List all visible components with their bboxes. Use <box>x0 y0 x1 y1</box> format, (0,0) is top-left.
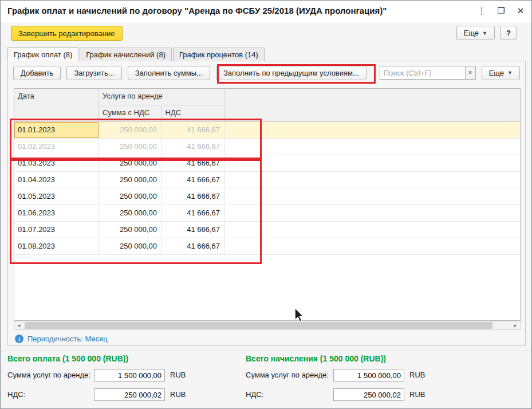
info-icon: i <box>15 335 23 343</box>
table-row[interactable]: 01.08.2023 250 000,00 41 666,67 <box>14 238 520 255</box>
header-date[interactable]: Дата <box>14 89 99 121</box>
app-window: График оплат и начислений по договору "А… <box>0 0 532 409</box>
cell-date[interactable]: 01.04.2023 <box>14 172 99 188</box>
table-row[interactable]: 01.05.2023 250 000,00 41 666,67 <box>14 188 520 205</box>
add-button[interactable]: Добавить <box>13 66 61 80</box>
more-button-top[interactable]: Еще ▼ <box>456 26 495 40</box>
header-filler <box>225 89 520 121</box>
payment-vat-input[interactable] <box>94 388 165 401</box>
periodicity-label: Периодичность: Месяц <box>27 335 108 343</box>
payment-sum-input[interactable] <box>94 369 165 382</box>
title-bar: График оплат и начислений по договору "А… <box>1 1 531 22</box>
search-input[interactable] <box>380 66 466 80</box>
cell-sum[interactable]: 250 000,00 <box>99 222 162 238</box>
table-row[interactable]: 01.07.2023 250 000,00 41 666,67 <box>14 222 520 238</box>
accrual-total-title: Всего начисления (1 500 000 (RUB)) <box>246 354 386 363</box>
horizontal-scrollbar[interactable]: ◄ ► <box>14 321 521 330</box>
cell-filler <box>225 172 520 188</box>
chevron-down-icon: ▼ <box>482 30 487 36</box>
command-bar: Завершить редактирование Еще ▼ ? <box>1 23 531 44</box>
cell-filler <box>225 155 520 172</box>
table-row[interactable]: 01.01.2023 250 000,00 41 666,67 <box>14 122 520 139</box>
more-button-toolbar[interactable]: Еще ▼ <box>482 66 520 80</box>
header-rent-service[interactable]: Услуга по аренде <box>99 89 224 105</box>
table-row[interactable]: 01.03.2023 250 000,00 41 666,67 <box>14 155 520 172</box>
cell-date[interactable]: 01.06.2023 <box>14 205 99 222</box>
finish-editing-button[interactable]: Завершить редактирование <box>11 26 123 41</box>
maximize-icon[interactable]: ❐ <box>494 3 509 18</box>
table-row[interactable]: 01.02.2023 250 000,00 41 666,67 <box>14 139 520 155</box>
table-toolbar: Добавить Загрузить... Заполнить суммы...… <box>13 65 520 80</box>
window-title: График оплат и начислений по договору "А… <box>7 6 387 15</box>
header-vat[interactable]: НДС <box>162 105 225 121</box>
cell-vat[interactable]: 41 666,67 <box>162 155 225 172</box>
cell-filler <box>225 122 520 139</box>
cell-vat[interactable]: 41 666,67 <box>162 172 225 188</box>
table-row[interactable]: 01.04.2023 250 000,00 41 666,67 <box>14 172 520 188</box>
cell-filler <box>225 238 520 255</box>
fill-sums-button[interactable]: Заполнить суммы... <box>128 66 210 80</box>
accrual-sum-currency: RUB <box>409 369 425 382</box>
table-header: Дата Услуга по аренде Сумма с НДС НДС <box>14 89 520 122</box>
cell-vat[interactable]: 41 666,67 <box>162 222 225 238</box>
info-line: i Периодичность: Месяц <box>15 335 108 343</box>
tab-bar: График оплат (8) График начислений (8) Г… <box>7 48 266 61</box>
accrual-vat-input[interactable] <box>333 388 404 401</box>
cell-date[interactable]: 01.05.2023 <box>14 188 99 205</box>
scrollbar-track[interactable] <box>23 321 511 329</box>
accrual-sum-input[interactable] <box>333 369 404 382</box>
cell-filler <box>225 139 520 155</box>
cell-filler <box>225 222 520 238</box>
cell-date[interactable]: 01.02.2023 <box>14 139 99 155</box>
cell-vat[interactable]: 41 666,67 <box>162 205 225 222</box>
cell-sum[interactable]: 250 000,00 <box>99 238 162 255</box>
accrual-vat-currency: RUB <box>409 388 425 401</box>
fill-previous-conditions-button[interactable]: Заполнить по предыдущим условиям... <box>216 66 367 80</box>
cell-vat[interactable]: 41 666,67 <box>162 238 225 255</box>
more-button-label: Еще <box>489 69 504 77</box>
cell-sum[interactable]: 250 000,00 <box>99 188 162 205</box>
payment-vat-label: НДС: <box>7 388 25 401</box>
cell-sum[interactable]: 250 000,00 <box>99 139 162 155</box>
cell-vat[interactable]: 41 666,67 <box>162 122 225 139</box>
tab-payment-schedule[interactable]: График оплат (8) <box>7 47 78 61</box>
cell-sum[interactable]: 250 000,00 <box>99 155 162 172</box>
tab-interest-schedule[interactable]: График процентов (14) <box>173 48 265 61</box>
header-sum-with-vat[interactable]: Сумма с НДС <box>99 105 162 121</box>
search-clear-icon[interactable]: × <box>466 66 476 80</box>
window-controls: ⋮ ❐ ✕ <box>474 3 528 18</box>
window-menu-icon[interactable]: ⋮ <box>474 3 489 18</box>
cell-date[interactable]: 01.08.2023 <box>14 238 99 255</box>
table-row[interactable]: 01.06.2023 250 000,00 41 666,67 <box>14 205 520 222</box>
payment-vat-currency: RUB <box>170 388 186 401</box>
cell-vat[interactable]: 41 666,67 <box>162 188 225 205</box>
search-box: × <box>380 66 476 80</box>
accrual-vat-label: НДС: <box>246 388 263 401</box>
cell-sum[interactable]: 250 000,00 <box>99 122 162 139</box>
cell-date[interactable]: 01.01.2023 <box>14 122 99 139</box>
more-button-label: Еще <box>464 29 479 37</box>
cell-sum[interactable]: 250 000,00 <box>99 205 162 222</box>
chevron-down-icon: ▼ <box>507 70 513 76</box>
cell-date[interactable]: 01.03.2023 <box>14 155 99 172</box>
payments-table: Дата Услуга по аренде Сумма с НДС НДС 01… <box>14 88 521 321</box>
load-button[interactable]: Загрузить... <box>66 66 121 80</box>
cell-filler <box>225 205 520 222</box>
cell-sum[interactable]: 250 000,00 <box>99 172 162 188</box>
tab-panel: Добавить Загрузить... Заполнить суммы...… <box>7 61 526 346</box>
cell-date[interactable]: 01.07.2023 <box>14 222 99 238</box>
cell-filler <box>225 188 520 205</box>
accrual-sum-label: Сумма услуг по аренде: <box>246 369 329 382</box>
header-subrow: Сумма с НДС НДС <box>99 105 224 121</box>
scrollbar-thumb[interactable] <box>25 322 492 329</box>
table-body: 01.01.2023 250 000,00 41 666,67 01.02.20… <box>14 122 520 255</box>
scroll-right-icon[interactable]: ► <box>511 321 520 329</box>
header-group-rent-service: Услуга по аренде Сумма с НДС НДС <box>99 89 225 121</box>
scroll-left-icon[interactable]: ◄ <box>14 321 23 329</box>
help-button[interactable]: ? <box>501 26 517 40</box>
tab-accrual-schedule[interactable]: График начислений (8) <box>80 48 172 61</box>
close-icon[interactable]: ✕ <box>513 3 528 18</box>
cell-vat[interactable]: 41 666,67 <box>162 139 225 155</box>
payment-sum-label: Сумма услуг по аренде: <box>7 369 90 382</box>
payment-sum-currency: RUB <box>170 369 186 382</box>
